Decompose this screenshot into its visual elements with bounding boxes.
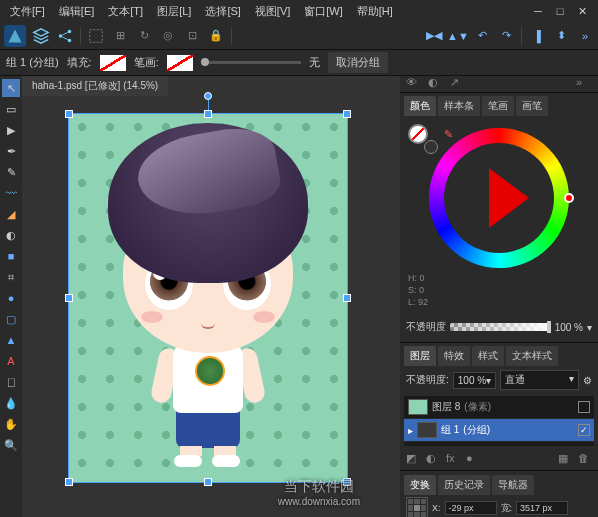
pen-tool-icon[interactable]: ✒ xyxy=(2,142,20,160)
anchor-grid[interactable] xyxy=(406,497,428,517)
hand-tool-icon[interactable]: ✋ xyxy=(2,415,20,433)
resize-handle-bl[interactable] xyxy=(65,478,73,486)
target-icon[interactable]: ◎ xyxy=(159,27,177,45)
fx-icon[interactable]: fx xyxy=(446,452,460,466)
menu-window[interactable]: 窗口[W] xyxy=(298,2,349,21)
collapse-icon[interactable]: » xyxy=(576,76,592,92)
tab-text-styles[interactable]: 文本样式 xyxy=(506,346,558,366)
menu-file[interactable]: 文件[F] xyxy=(4,2,51,21)
menu-view[interactable]: 视图[V] xyxy=(249,2,296,21)
tab-stroke[interactable]: 笔画 xyxy=(482,96,514,116)
snap-icon[interactable]: ⊡ xyxy=(183,27,201,45)
tab-brush[interactable]: 画笔 xyxy=(516,96,548,116)
zoom-tool-icon[interactable]: 🔍 xyxy=(2,436,20,454)
layer-visible-checkbox[interactable]: ✓ xyxy=(578,424,590,436)
tab-layers[interactable]: 图层 xyxy=(404,346,436,366)
tab-styles[interactable]: 样式 xyxy=(472,346,504,366)
eyedropper-tool-icon[interactable]: 💧 xyxy=(2,394,20,412)
color-wheel[interactable] xyxy=(429,128,569,268)
layer-settings-icon[interactable]: ⚙ xyxy=(583,375,592,386)
fg-bg-swatches[interactable] xyxy=(408,124,438,154)
tab-transform[interactable]: 变换 xyxy=(404,475,436,495)
frame-text-tool-icon[interactable]: ⎕ xyxy=(2,373,20,391)
triangle-tool-icon[interactable]: ▲ xyxy=(2,331,20,349)
preview-icon[interactable]: ◐ xyxy=(428,76,444,92)
x-field[interactable]: -29 px xyxy=(445,501,497,515)
more-icon[interactable]: » xyxy=(576,27,594,45)
share-icon[interactable] xyxy=(56,27,74,45)
hue-cursor[interactable] xyxy=(564,193,574,203)
minimize-button[interactable]: ─ xyxy=(532,5,544,17)
flip-h-icon[interactable]: ▶◀ xyxy=(425,27,443,45)
resize-handle-b[interactable] xyxy=(204,478,212,486)
resize-handle-tl[interactable] xyxy=(65,110,73,118)
expand-icon[interactable]: ▸ xyxy=(408,425,413,436)
layers-icon[interactable] xyxy=(32,27,50,45)
shape-tool-icon[interactable]: ■ xyxy=(2,247,20,265)
text-tool-icon[interactable]: A xyxy=(2,352,20,370)
arrange-icon[interactable]: ⬍ xyxy=(552,27,570,45)
tag-icon[interactable]: ● xyxy=(466,452,480,466)
opacity-slider[interactable] xyxy=(450,323,551,331)
close-button[interactable]: ✕ xyxy=(576,5,588,17)
rotate-ccw-icon[interactable]: ↶ xyxy=(473,27,491,45)
layer-visible-checkbox[interactable] xyxy=(578,401,590,413)
marquee-icon[interactable] xyxy=(87,27,105,45)
menu-select[interactable]: 选择[S] xyxy=(199,2,246,21)
layer-item[interactable]: ▸ 组 1 (分组) ✓ xyxy=(404,419,594,442)
rounded-rect-tool-icon[interactable]: ▢ xyxy=(2,310,20,328)
refresh-icon[interactable]: ↻ xyxy=(135,27,153,45)
menu-help[interactable]: 帮助[H] xyxy=(351,2,399,21)
fill-swatch[interactable] xyxy=(100,55,126,71)
canvas[interactable] xyxy=(52,101,364,496)
maximize-button[interactable]: □ xyxy=(554,5,566,17)
add-layer-icon[interactable]: ▦ xyxy=(558,452,572,466)
dropdown-icon[interactable]: ▾ xyxy=(587,322,592,333)
tab-color[interactable]: 颜色 xyxy=(404,96,436,116)
document-tab[interactable]: haha-1.psd [已修改] (14.5%) xyxy=(22,76,168,96)
canvas-area[interactable]: haha-1.psd [已修改] (14.5%) xyxy=(22,76,400,517)
export-icon[interactable]: ↗ xyxy=(450,76,466,92)
menu-layer[interactable]: 图层[L] xyxy=(151,2,197,21)
brush-tool-icon[interactable]: 〰 xyxy=(2,184,20,202)
tab-effects[interactable]: 特效 xyxy=(438,346,470,366)
transparency-tool-icon[interactable]: ◐ xyxy=(2,226,20,244)
lock-icon[interactable]: 🔒 xyxy=(207,27,225,45)
w-field[interactable]: 3517 px xyxy=(516,501,568,515)
color-triangle[interactable] xyxy=(489,168,529,228)
rotate-cw-icon[interactable]: ↷ xyxy=(497,27,515,45)
rotate-handle[interactable] xyxy=(204,92,212,100)
ungroup-button[interactable]: 取消分组 xyxy=(328,52,388,73)
flip-v-icon[interactable]: ▲▼ xyxy=(449,27,467,45)
tab-history[interactable]: 历史记录 xyxy=(438,475,490,495)
layer-item[interactable]: 图层 8 (像素) xyxy=(404,396,594,419)
blend-mode-dropdown[interactable]: 直通▾ xyxy=(500,370,579,390)
menu-edit[interactable]: 编辑[E] xyxy=(53,2,100,21)
guides-icon[interactable]: ⊞ xyxy=(111,27,129,45)
svg-rect-3 xyxy=(90,29,103,42)
resize-handle-r[interactable] xyxy=(343,294,351,302)
visibility-icon[interactable]: 👁 xyxy=(406,76,422,92)
node-tool-icon[interactable]: ▶ xyxy=(2,121,20,139)
mask-icon[interactable]: ◩ xyxy=(406,452,420,466)
tab-swatches[interactable]: 样本条 xyxy=(438,96,480,116)
artboard-tool-icon[interactable]: ▭ xyxy=(2,100,20,118)
align-left-icon[interactable]: ▐ xyxy=(528,27,546,45)
resize-handle-tr[interactable] xyxy=(343,110,351,118)
move-tool-icon[interactable]: ↖ xyxy=(2,79,20,97)
ellipse-tool-icon[interactable]: ● xyxy=(2,289,20,307)
resize-handle-l[interactable] xyxy=(65,294,73,302)
crop-tool-icon[interactable]: ⌗ xyxy=(2,268,20,286)
eyedropper-icon[interactable]: ✎ xyxy=(444,128,453,141)
pencil-tool-icon[interactable]: ✎ xyxy=(2,163,20,181)
stroke-width-slider[interactable] xyxy=(201,61,301,64)
tab-navigator[interactable]: 导航器 xyxy=(492,475,534,495)
stroke-swatch[interactable] xyxy=(167,55,193,71)
delete-layer-icon[interactable]: 🗑 xyxy=(578,452,592,466)
resize-handle-t[interactable] xyxy=(204,110,212,118)
adjustment-icon[interactable]: ◐ xyxy=(426,452,440,466)
menu-text[interactable]: 文本[T] xyxy=(102,2,149,21)
layer-opacity-dropdown[interactable]: 100 %▾ xyxy=(453,372,496,389)
resize-handle-br[interactable] xyxy=(343,478,351,486)
fill-tool-icon[interactable]: ◢ xyxy=(2,205,20,223)
